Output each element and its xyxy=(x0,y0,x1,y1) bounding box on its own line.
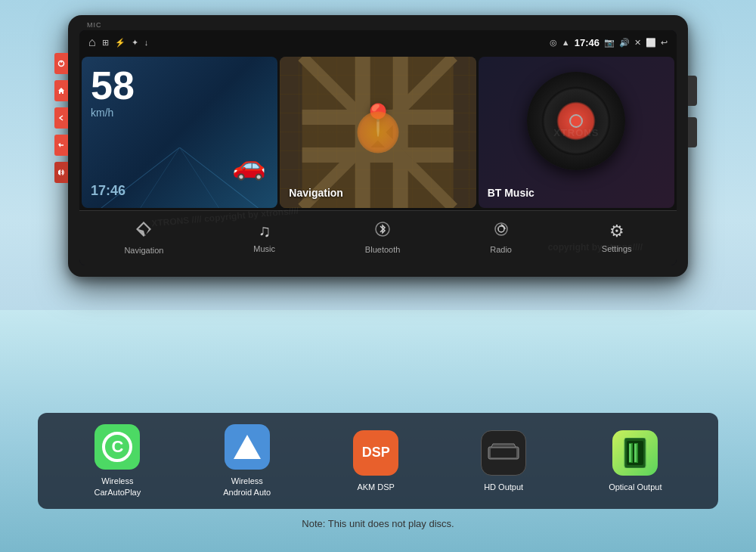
back-nav-icon[interactable]: ↩ xyxy=(661,38,668,48)
nav-label-navigation: Navigation xyxy=(124,246,163,255)
nav-item-music[interactable]: ♫ Music xyxy=(244,219,284,256)
optical-icon-wrapper xyxy=(612,430,658,476)
feature-optical: Optical Output xyxy=(609,430,662,492)
side-tab-2 xyxy=(688,117,697,147)
nav-bar: Navigation ♫ Music Bluetooth xyxy=(79,210,677,265)
bluetooth-nav-icon xyxy=(374,221,391,242)
screencast-icon: ⊞ xyxy=(102,38,109,48)
hdmi-icon xyxy=(488,442,519,464)
wifi-icon: ▲ xyxy=(562,38,570,47)
hd-label: HD Output xyxy=(484,482,523,492)
dashboard-widget[interactable]: 58 km/h 🚗 17:46 xyxy=(82,57,277,208)
head-unit: MIC RST xyxy=(68,15,688,277)
volume-down-button[interactable] xyxy=(54,135,68,156)
svg-line-8 xyxy=(180,147,219,208)
feature-android-auto: WirelessAndroid Auto xyxy=(223,424,271,498)
speed-unit: km/h xyxy=(91,107,268,119)
nav-item-bluetooth[interactable]: Bluetooth xyxy=(356,218,409,257)
optical-label: Optical Output xyxy=(609,482,662,492)
dsp-icon: DSP xyxy=(362,445,390,461)
feature-dsp: DSP AKM DSP xyxy=(353,430,398,492)
carplay-icon: C xyxy=(102,432,132,462)
power-button[interactable] xyxy=(54,53,68,74)
carplay-icon-wrapper: C xyxy=(94,424,140,470)
side-tab-1 xyxy=(688,76,697,106)
svg-rect-25 xyxy=(629,444,631,462)
music-nav-icon: ♫ xyxy=(258,222,271,241)
music-widget[interactable]: BT Music XTRONS xyxy=(479,57,674,208)
nav-indicator xyxy=(357,112,398,154)
nav-item-navigation[interactable]: Navigation xyxy=(115,217,172,258)
svg-line-6 xyxy=(180,147,259,208)
android-auto-label: WirelessAndroid Auto xyxy=(223,476,271,498)
settings-nav-icon: ⚙ xyxy=(609,222,624,241)
dsp-label: AKM DSP xyxy=(357,482,395,492)
side-buttons-left xyxy=(54,53,68,183)
bluetooth-icon: ✦ xyxy=(132,38,138,48)
dsp-icon-wrapper: DSP xyxy=(353,430,398,476)
feature-carplay: C WirelessCarAutoPlay xyxy=(94,424,141,498)
side-tabs-right xyxy=(688,76,697,147)
nav-label-settings: Settings xyxy=(602,244,632,253)
carplay-label: WirelessCarAutoPlay xyxy=(94,476,141,498)
svg-rect-26 xyxy=(634,444,637,462)
navigation-label: Navigation xyxy=(289,187,343,199)
features-bar: C WirelessCarAutoPlay WirelessAndroid Au… xyxy=(38,413,718,509)
svg-line-5 xyxy=(101,147,180,208)
vinyl-record xyxy=(527,72,625,170)
navigation-nav-icon xyxy=(135,220,153,243)
nav-label-music: Music xyxy=(253,244,275,253)
status-time: 17:46 xyxy=(575,37,600,48)
music-label: BT Music xyxy=(488,187,534,199)
speed-value: 58 xyxy=(91,66,268,105)
screen: ⌂ ⊞ ⚡ ✦ ↓ ◎ ▲ 17:46 📷 🔊 ✕ ⬜ ↩ xyxy=(79,30,677,265)
features-section: C WirelessCarAutoPlay WirelessAndroid Au… xyxy=(38,413,718,529)
close-icon[interactable]: ✕ xyxy=(634,38,641,48)
android-auto-icon xyxy=(234,435,261,459)
camera-icon: 📷 xyxy=(604,38,615,48)
nav-item-settings[interactable]: ⚙ Settings xyxy=(593,219,641,256)
hd-icon-wrapper xyxy=(481,430,526,476)
usb-icon: ⚡ xyxy=(115,38,125,48)
svg-marker-4 xyxy=(58,169,60,175)
device-wrapper: MIC RST xyxy=(68,15,688,277)
status-right: ◎ ▲ 17:46 📷 🔊 ✕ ⬜ ↩ xyxy=(550,37,668,48)
mirror-icon: ⬜ xyxy=(646,38,656,48)
nav-label-radio: Radio xyxy=(490,245,512,254)
main-content: 58 km/h 🚗 17:46 xyxy=(79,54,677,210)
feature-hd: HD Output xyxy=(481,430,526,492)
nav-item-radio[interactable]: Radio xyxy=(481,218,521,257)
radio-nav-icon xyxy=(493,221,510,242)
navigation-widget[interactable]: 📍 Navigation xyxy=(280,57,476,208)
home-icon[interactable]: ⌂ xyxy=(88,36,96,49)
status-bar: ⌂ ⊞ ⚡ ✦ ↓ ◎ ▲ 17:46 📷 🔊 ✕ ⬜ ↩ xyxy=(79,30,677,54)
volume-up-button[interactable] xyxy=(54,162,68,183)
speed-display: 58 km/h xyxy=(91,66,268,119)
download-icon: ↓ xyxy=(144,38,149,47)
optical-icon xyxy=(621,438,649,468)
svg-marker-3 xyxy=(58,143,60,147)
svg-point-18 xyxy=(498,226,504,232)
nav-label-bluetooth: Bluetooth xyxy=(365,245,400,254)
speaker-icon: 🔊 xyxy=(619,38,630,48)
home-button[interactable] xyxy=(54,80,68,101)
status-left: ⌂ ⊞ ⚡ ✦ ↓ xyxy=(88,36,148,49)
road-svg xyxy=(82,147,277,208)
back-button[interactable] xyxy=(54,107,68,129)
nav-map: 📍 Navigation xyxy=(280,57,476,208)
note-text: Note: This unit does not play discs. xyxy=(38,518,718,529)
mic-label: MIC xyxy=(87,21,102,29)
svg-line-7 xyxy=(141,147,180,208)
vinyl-center xyxy=(569,114,583,128)
android-icon-wrapper xyxy=(225,424,270,470)
location-icon: ◎ xyxy=(550,38,557,48)
svg-rect-20 xyxy=(491,448,516,457)
